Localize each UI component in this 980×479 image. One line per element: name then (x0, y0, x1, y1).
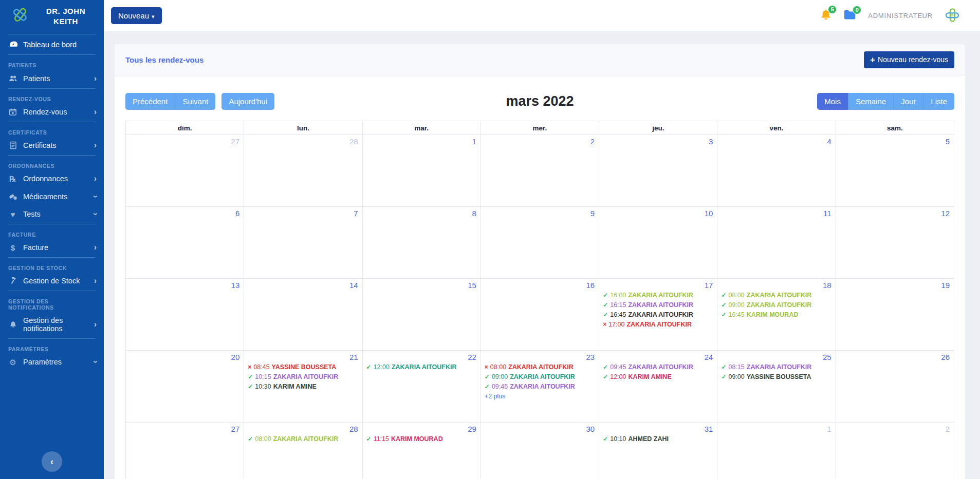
new-appointment-button[interactable]: +Nouveau rendez-vous (864, 51, 954, 68)
day-number[interactable]: 2 (836, 423, 954, 434)
day-number[interactable]: 1 (363, 135, 480, 147)
day-number[interactable]: 19 (836, 279, 954, 291)
day-number[interactable]: 5 (836, 135, 954, 147)
sidebar-item-tableau-de-bord[interactable]: Tableau de bord (0, 35, 104, 53)
day-cell[interactable]: 12 (836, 207, 954, 279)
day-cell[interactable]: 18✓08:00ZAKARIA AITOUFKIR✓09:00ZAKARIA A… (717, 279, 836, 351)
day-cell[interactable]: 28 (244, 135, 362, 207)
sidebar-collapse-button[interactable]: ‹ (42, 451, 62, 472)
event[interactable]: ✓12:00KARIM AMINE (603, 373, 714, 380)
day-number[interactable]: 6 (126, 207, 244, 219)
sidebar-item-parametres[interactable]: ⚙︎Paramètres› (0, 353, 104, 371)
event[interactable]: ✓10:10AHMED ZAHI (603, 435, 714, 443)
today-button[interactable]: Aujourd'hui (221, 93, 274, 110)
prev-month-button[interactable]: Précédent (125, 93, 175, 110)
day-cell[interactable]: 4 (717, 135, 836, 207)
day-cell[interactable]: 17✓16:00ZAKARIA AITOUFKIR✓16:15ZAKARIA A… (599, 279, 717, 351)
day-cell[interactable]: 20 (126, 351, 244, 423)
day-cell[interactable]: 10 (599, 207, 717, 279)
day-number[interactable]: 13 (126, 279, 244, 291)
event[interactable]: ✓16:00ZAKARIA AITOUFKIR (603, 292, 714, 299)
day-number[interactable]: 23 (481, 351, 599, 362)
event[interactable]: ✓09:00YASSINE BOUSSETA (721, 373, 832, 380)
day-cell[interactable]: 5 (836, 135, 954, 207)
profile-logo-button[interactable] (944, 8, 960, 24)
day-number[interactable]: 11 (717, 207, 835, 219)
day-number[interactable]: 28 (244, 423, 362, 434)
day-cell[interactable]: 25✓08:15ZAKARIA AITOUFKIR✓09:00YASSINE B… (717, 351, 836, 423)
sidebar-item-facture[interactable]: $Facture› (0, 239, 104, 256)
day-cell[interactable]: 9 (480, 207, 599, 279)
event[interactable]: ✓09:45ZAKARIA AITOUFKIR (603, 363, 714, 371)
event[interactable]: ✓08:15ZAKARIA AITOUFKIR (721, 363, 832, 371)
day-number[interactable]: 27 (126, 135, 244, 147)
sidebar-item-medicaments[interactable]: Médicaments› (0, 187, 104, 205)
day-number[interactable]: 12 (836, 207, 954, 219)
day-number[interactable]: 24 (599, 351, 717, 362)
messages-button[interactable]: 0 (843, 9, 857, 23)
day-number[interactable]: 17 (599, 279, 717, 291)
day-cell[interactable]: 29✓11:15KARIM MOURAD (362, 423, 480, 479)
day-number[interactable]: 16 (481, 279, 599, 291)
day-number[interactable]: 31 (599, 423, 717, 434)
day-cell[interactable]: 21×08:45YASSINE BOUSSETA✓10:15ZAKARIA AI… (244, 351, 362, 423)
day-cell[interactable]: 23×08:00ZAKARIA AITOUFKIR✓09:00ZAKARIA A… (480, 351, 599, 423)
view-button-liste[interactable]: Liste (923, 93, 954, 110)
sidebar-item-rendez-vous[interactable]: Rendez-vous› (0, 103, 104, 121)
day-cell[interactable]: 16 (480, 279, 599, 351)
day-number[interactable]: 3 (599, 135, 717, 147)
sidebar-item-gestion-des-notifications[interactable]: Gestion des notifications› (0, 312, 104, 337)
day-number[interactable]: 10 (599, 207, 717, 219)
event[interactable]: ✓10:15ZAKARIA AITOUFKIR (248, 373, 359, 380)
day-cell[interactable]: 19 (836, 279, 954, 351)
event[interactable]: ✓09:45ZAKARIA AITOUFKIR (485, 383, 596, 390)
day-number[interactable]: 21 (244, 351, 362, 362)
day-number[interactable]: 22 (363, 351, 480, 362)
day-number[interactable]: 28 (244, 135, 362, 147)
day-cell[interactable]: 13 (126, 279, 244, 351)
day-number[interactable]: 4 (717, 135, 835, 147)
day-cell[interactable]: 2 (480, 135, 599, 207)
day-number[interactable]: 29 (363, 423, 480, 434)
day-number[interactable]: 2 (481, 135, 599, 147)
event[interactable]: ×17:00ZAKARIA AITOUFKIR (603, 321, 714, 328)
day-cell[interactable]: 2 (836, 423, 954, 479)
day-cell[interactable]: 6 (126, 207, 244, 279)
event[interactable]: ✓16:45ZAKARIA AITOUFKIR (603, 311, 714, 318)
day-cell[interactable]: 3 (599, 135, 717, 207)
next-month-button[interactable]: Suivant (175, 93, 215, 110)
day-number[interactable]: 7 (244, 207, 362, 219)
day-cell[interactable]: 26 (836, 351, 954, 423)
event[interactable]: ×08:00ZAKARIA AITOUFKIR (485, 363, 596, 371)
event[interactable]: ✓10:30KARIM AMINE (248, 383, 359, 390)
day-cell[interactable]: 11 (717, 207, 836, 279)
day-number[interactable]: 26 (836, 351, 954, 362)
event[interactable]: ✓12:00ZAKARIA AITOUFKIR (366, 363, 477, 371)
sidebar-item-tests[interactable]: ♥Tests› (0, 205, 104, 223)
day-number[interactable]: 30 (481, 423, 599, 434)
event[interactable]: ✓08:00ZAKARIA AITOUFKIR (248, 435, 359, 443)
sidebar-item-certificats[interactable]: Certificats› (0, 137, 104, 154)
day-cell[interactable]: 8 (362, 207, 480, 279)
day-cell[interactable]: 27 (126, 423, 244, 479)
day-number[interactable]: 18 (717, 279, 835, 291)
day-number[interactable]: 9 (481, 207, 599, 219)
view-button-jour[interactable]: Jour (893, 93, 923, 110)
day-number[interactable]: 20 (126, 351, 244, 362)
sidebar-item-gestion-de-stock[interactable]: Gestion de Stock› (0, 272, 104, 290)
event[interactable]: ✓09:00ZAKARIA AITOUFKIR (485, 373, 596, 380)
day-cell[interactable]: 27 (126, 135, 244, 207)
day-cell[interactable]: 28✓08:00ZAKARIA AITOUFKIR (244, 423, 362, 479)
day-number[interactable]: 27 (126, 423, 244, 434)
day-number[interactable]: 14 (244, 279, 362, 291)
day-cell[interactable]: 24✓09:45ZAKARIA AITOUFKIR✓12:00KARIM AMI… (599, 351, 717, 423)
card-title-link[interactable]: Tous les rendez-vous (125, 55, 204, 64)
day-number[interactable]: 15 (363, 279, 480, 291)
view-button-semaine[interactable]: Semaine (848, 93, 893, 110)
day-cell[interactable]: 31✓10:10AHMED ZAHI (599, 423, 717, 479)
event[interactable]: ✓16:45KARIM MOURAD (721, 311, 832, 318)
view-button-mois[interactable]: Mois (817, 93, 848, 110)
notifications-bell-button[interactable]: 5 (820, 9, 832, 23)
event[interactable]: ✓08:00ZAKARIA AITOUFKIR (721, 292, 832, 299)
day-number[interactable]: 8 (363, 207, 480, 219)
